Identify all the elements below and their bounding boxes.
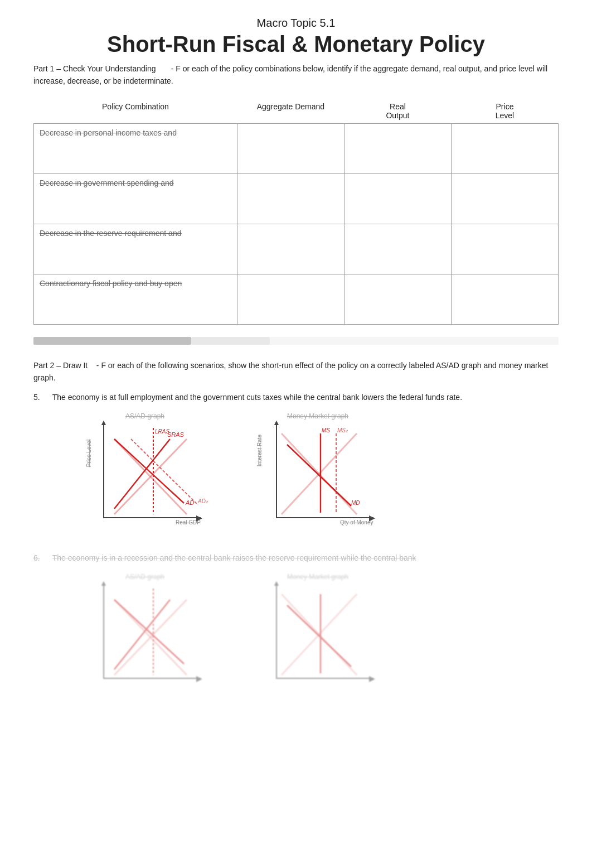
table-row: Decrease in the reserve requirement and (34, 224, 559, 274)
scenario-5-number: 5. (33, 393, 50, 402)
part1-label: Part 1 – Check Your Understanding (33, 64, 156, 73)
svg-text:SRAS: SRAS (167, 431, 185, 438)
mm-graph-2-title: Money Market graph (240, 573, 396, 581)
answer-cell-4-real[interactable] (344, 274, 451, 324)
table-row: Contractionary fiscal policy and buy ope… (34, 274, 559, 324)
page-title: Short-Run Fiscal & Monetary Policy (33, 32, 559, 57)
answer-cell-2-agg[interactable] (237, 173, 344, 224)
mm-graph-area: Interest Rate Qty of Money ▲ ▶ MS MS₂ MD (254, 422, 382, 528)
policy-cell-1: Decrease in personal income taxes and (34, 123, 237, 173)
part2-description: Part 2 – Draw It - F or each of the foll… (33, 359, 559, 384)
svg-line-18 (114, 600, 184, 664)
scenario-6: 6. The economy is in a recession and the… (33, 552, 559, 564)
svg-line-0 (114, 439, 184, 503)
money-market-graph: Money Market graph Interest Rate Qty of … (240, 412, 396, 541)
svg-text:LRAS: LRAS (155, 428, 169, 435)
policy-table-container: Policy Combination Aggregate Demand Real… (33, 99, 559, 325)
svg-line-24 (287, 605, 351, 667)
progress-bar (33, 336, 559, 346)
answer-cell-2-price[interactable] (451, 173, 558, 224)
subtitle: Macro Topic 5.1 (33, 17, 559, 30)
scenario-6-number: 6. (33, 553, 50, 562)
answer-cell-1-agg[interactable] (237, 123, 344, 173)
table-row: Decrease in personal income taxes and (34, 123, 559, 173)
policy-cell-4: Contractionary fiscal policy and buy ope… (34, 274, 237, 324)
policy-table: Policy Combination Aggregate Demand Real… (33, 99, 559, 325)
col-header-price-level: PriceLevel (451, 99, 558, 124)
policy-cell-2: Decrease in government spending and (34, 173, 237, 224)
answer-cell-1-real[interactable] (344, 123, 451, 173)
answer-cell-4-agg[interactable] (237, 274, 344, 324)
page-header: Macro Topic 5.1 Short-Run Fiscal & Monet… (33, 17, 559, 57)
mm-svg: MS MS₂ MD (254, 422, 382, 528)
answer-cell-1-price[interactable] (451, 123, 558, 173)
scenario-6-text: The economy is in a recession and the ce… (52, 553, 416, 562)
asad-graph: AS/AD graph Price Level Real GDP ▲ ▶ AD (67, 412, 223, 541)
svg-line-19 (114, 600, 170, 669)
progress-rest (270, 337, 559, 345)
asad-graph-area: Price Level Real GDP ▲ ▶ AD AD₂ S (81, 422, 209, 528)
col-header-real-output: RealOutput (344, 99, 451, 124)
answer-cell-3-real[interactable] (344, 224, 451, 274)
answer-cell-3-agg[interactable] (237, 224, 344, 274)
scenario-5: 5. The economy is at full employment and… (33, 391, 559, 403)
asad-graph-2: AS/AD graph ▲ ▶ (67, 573, 223, 701)
svg-text:MS₂: MS₂ (337, 427, 348, 433)
money-market-graph-2: Money Market graph ▲ ▶ (240, 573, 396, 701)
part2-instruction: - F or each of the following scenarios, … (33, 361, 548, 382)
col-header-aggregate: Aggregate Demand (237, 99, 344, 124)
scenario-5-text: The economy is at full employment and th… (52, 393, 462, 402)
scenario-6-graphs: AS/AD graph ▲ ▶ Money Market graph (67, 573, 559, 701)
asad-graph-2-title: AS/AD graph (67, 573, 223, 581)
answer-cell-3-price[interactable] (451, 224, 558, 274)
part2-label: Part 2 – Draw It (33, 361, 88, 370)
table-row: Decrease in government spending and (34, 173, 559, 224)
svg-line-14 (287, 445, 351, 506)
part1-description: Part 1 – Check Your Understanding - F or… (33, 62, 559, 88)
svg-text:AD₂: AD₂ (197, 498, 208, 504)
progress-bar-area (33, 336, 559, 346)
asad-graph-title: AS/AD graph (67, 412, 223, 420)
policy-cell-3: Decrease in the reserve requirement and (34, 224, 237, 274)
progress-fill (33, 337, 191, 345)
svg-text:MS: MS (322, 427, 330, 433)
part2-section: Part 2 – Draw It - F or each of the foll… (33, 359, 559, 702)
scenario-5-graphs: AS/AD graph Price Level Real GDP ▲ ▶ AD (67, 412, 559, 541)
answer-cell-2-real[interactable] (344, 173, 451, 224)
svg-text:MD: MD (351, 500, 360, 506)
answer-cell-4-price[interactable] (451, 274, 558, 324)
col-header-policy: Policy Combination (34, 99, 237, 124)
svg-line-2 (131, 439, 198, 505)
progress-mid (191, 337, 270, 345)
mm-graph-title: Money Market graph (240, 412, 396, 420)
asad-svg: AD AD₂ SRAS LRAS (81, 422, 209, 528)
